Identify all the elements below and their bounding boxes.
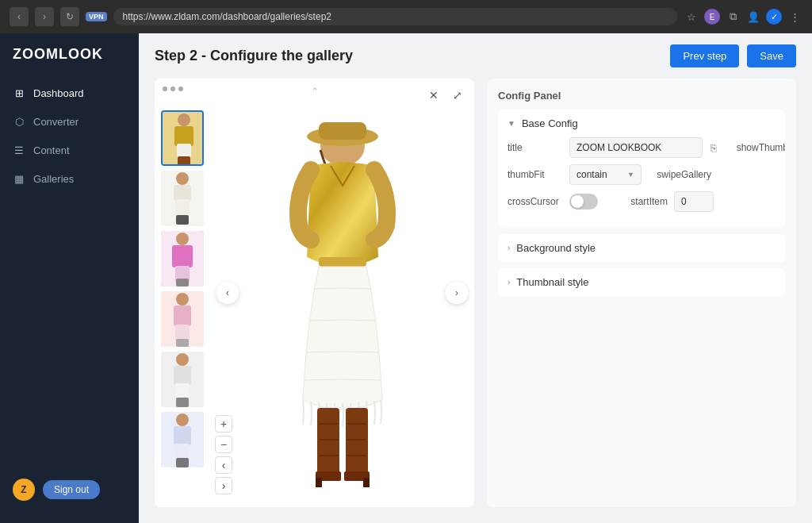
svg-rect-34	[319, 257, 366, 267]
thumbfit-label: thumbFit	[508, 169, 563, 180]
bookmark-icon[interactable]: ☆	[684, 9, 699, 25]
svg-rect-22	[174, 366, 191, 385]
svg-rect-12	[172, 245, 193, 267]
sidebar-logo: ZOOMLOOK	[0, 46, 139, 79]
svg-rect-35	[317, 408, 339, 479]
svg-point-11	[176, 233, 189, 245]
sign-out-button[interactable]: Sign out	[43, 480, 100, 499]
gallery-viewer: ✕ ⤢ ⌃	[155, 79, 474, 507]
prev-nav-button[interactable]: ‹	[215, 456, 232, 474]
svg-rect-40	[316, 478, 322, 487]
sidebar-label-dashboard: Dashboard	[33, 87, 84, 99]
background-style-chevron: ›	[508, 244, 510, 252]
thumbnail-style-chevron: ›	[508, 278, 510, 286]
viewer-toolbar	[163, 87, 183, 91]
startitem-label: startItem	[604, 196, 668, 207]
crosscursor-label: crossCursor	[508, 196, 563, 207]
main-image	[239, 98, 446, 487]
sidebar: ZOOMLOOK ⊞ Dashboard ⬡ Converter ☰ Conte…	[0, 33, 139, 523]
svg-rect-29	[176, 458, 189, 467]
prev-step-button[interactable]: Prev step	[670, 44, 739, 67]
svg-point-21	[176, 353, 189, 366]
next-image-button[interactable]: ›	[446, 282, 468, 304]
toggle-knob	[571, 195, 584, 208]
viewer-controls: ✕ ⤢	[425, 87, 466, 104]
thumbfit-select[interactable]: contain ▼	[569, 164, 642, 185]
thumbnail-item[interactable]	[161, 171, 204, 226]
svg-rect-46	[363, 478, 370, 487]
base-config-chevron: ▼	[508, 119, 515, 128]
back-button[interactable]: ‹	[10, 7, 29, 26]
converter-icon: ⬡	[13, 115, 25, 128]
base-config-header[interactable]: ▼ Base Config	[498, 110, 785, 137]
user-icon[interactable]: 👤	[745, 9, 761, 25]
top-bar: Step 2 - Configure the gallery Prev step…	[139, 33, 812, 79]
browser-chrome: ‹ › ↻ VPN ☆ E ⧉ 👤 ✓ ⋮	[0, 0, 812, 33]
expand-button[interactable]: ⤢	[449, 87, 466, 104]
thumbnail-item[interactable]	[161, 110, 204, 166]
svg-rect-41	[346, 408, 368, 479]
title-label: title	[508, 142, 563, 153]
sidebar-item-dashboard[interactable]: ⊞ Dashboard	[0, 79, 139, 107]
thumbfit-value: contain	[576, 169, 607, 180]
sidebar-item-galleries[interactable]: ▦ Galleries	[0, 164, 139, 193]
zoom-in-button[interactable]: +	[215, 415, 232, 433]
svg-rect-9	[176, 215, 189, 225]
sidebar-label-galleries: Galleries	[33, 173, 74, 185]
crosscursor-toggle[interactable]	[569, 194, 598, 210]
swipegallery-label: swipeGallery	[648, 169, 711, 180]
crosscursor-row: crossCursor startItem	[508, 191, 776, 212]
extensions-icon[interactable]: ⧉	[725, 9, 741, 25]
page-title: Step 2 - Configure the gallery	[155, 48, 353, 64]
svg-rect-33	[319, 122, 366, 140]
sign-out-area: Z Sign out	[0, 469, 139, 510]
sidebar-item-content[interactable]: ☰ Content	[0, 136, 139, 164]
base-config-section: ▼ Base Config title ⎘ showThumb	[498, 110, 785, 228]
next-nav-button[interactable]: ›	[215, 477, 232, 494]
startitem-input[interactable]	[674, 191, 714, 212]
title-input[interactable]	[569, 137, 703, 158]
top-bar-actions: Prev step Save	[670, 44, 796, 67]
prev-image-button[interactable]: ‹	[216, 282, 239, 304]
close-button[interactable]: ✕	[425, 87, 442, 104]
svg-point-26	[176, 413, 189, 426]
thumbnail-item[interactable]	[161, 231, 204, 286]
profile-avatar: E	[704, 9, 720, 25]
base-config-label: Base Config	[522, 117, 578, 129]
vpn-badge: VPN	[86, 12, 107, 21]
url-bar[interactable]	[113, 8, 677, 25]
thumbnail-style-header[interactable]: › Thumbnail style	[498, 268, 785, 296]
main-image-area: ‹	[210, 79, 474, 507]
title-row: title ⎘ showThumb desktop ▼ all	[508, 137, 776, 158]
zoom-out-button[interactable]: −	[215, 436, 232, 453]
thumbnail-item[interactable]	[161, 352, 204, 407]
svg-point-16	[176, 293, 189, 306]
thumbnail-item[interactable]	[161, 291, 204, 347]
background-style-section: › Background style	[498, 234, 785, 262]
thumbnail-item[interactable]	[161, 412, 204, 467]
zoom-controls: + − ‹ ›	[215, 415, 232, 494]
sidebar-item-converter[interactable]: ⬡ Converter	[0, 107, 139, 136]
svg-rect-3	[177, 144, 191, 158]
thumbnail-style-section: › Thumbnail style	[498, 268, 785, 296]
toolbar-dot-1	[163, 87, 167, 91]
svg-rect-27	[174, 426, 191, 445]
toolbar-dot-3	[178, 87, 183, 91]
galleries-icon: ▦	[13, 172, 25, 185]
save-button[interactable]: Save	[747, 44, 796, 67]
thumbnail-style-label: Thumbnail style	[516, 276, 588, 288]
refresh-button[interactable]: ↻	[60, 7, 79, 26]
svg-rect-7	[174, 185, 191, 201]
svg-rect-2	[174, 126, 193, 146]
menu-icon[interactable]: ⋮	[787, 9, 802, 25]
background-style-header[interactable]: › Background style	[498, 234, 785, 262]
content-icon: ☰	[13, 144, 25, 156]
svg-rect-17	[174, 306, 191, 326]
svg-rect-19	[176, 339, 189, 347]
forward-button[interactable]: ›	[35, 7, 54, 26]
sidebar-label-content: Content	[33, 144, 70, 156]
svg-rect-4	[178, 156, 190, 166]
verified-badge: ✓	[766, 9, 782, 25]
background-style-label: Background style	[516, 242, 596, 254]
copy-button[interactable]: ⎘	[709, 140, 718, 156]
